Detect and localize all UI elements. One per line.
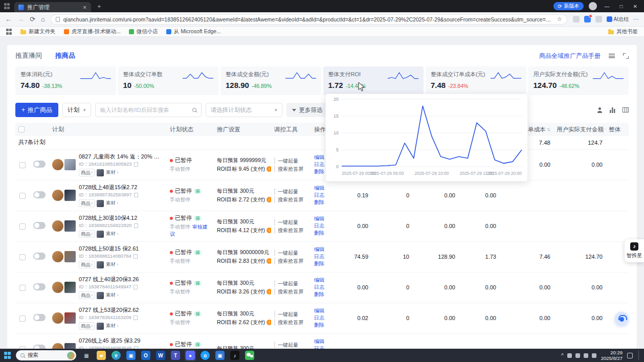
column-header[interactable]: 用户实际支付金额⇅ — [553, 123, 606, 136]
row-checkbox[interactable] — [19, 285, 26, 291]
teams-icon[interactable]: T — [171, 351, 180, 360]
material-thumbnail[interactable] — [97, 200, 104, 207]
site-info-icon[interactable] — [56, 17, 60, 22]
operation-link[interactable]: 删除 — [314, 199, 335, 206]
warning-info-icon[interactable]: i — [267, 320, 271, 325]
material-thumbnail[interactable] — [97, 231, 104, 238]
control-tool[interactable]: 一键起量 — [274, 250, 308, 256]
operation-link[interactable]: 编辑 — [314, 307, 335, 314]
browser-icon[interactable]: o — [201, 351, 210, 360]
product-tag-link[interactable]: 商品› — [79, 199, 95, 207]
bookmark-item[interactable]: 虎牙直播-技术驱动... — [64, 28, 121, 35]
material-link[interactable]: 素材 › — [106, 200, 119, 207]
warning-info-icon[interactable]: i — [267, 228, 271, 233]
product-image[interactable] — [64, 251, 76, 262]
home-icon[interactable]: ⌂ — [41, 16, 45, 22]
back-icon[interactable]: ← — [5, 16, 12, 22]
metric-card[interactable]: 整体支付ROI1.72-14.43% — [323, 66, 424, 95]
address-bar[interactable]: qianchuan.jinritemai.com/uni-prom?aavid=… — [51, 14, 567, 25]
control-tool[interactable]: 一键起量 — [274, 219, 308, 225]
plan-type-select[interactable]: 计划▾ — [62, 103, 91, 117]
display-settings-icon[interactable] — [609, 53, 615, 58]
product-image[interactable] — [64, 343, 76, 349]
plan-enable-toggle[interactable] — [33, 314, 46, 321]
metric-card[interactable]: 整体成交订单数10-50.00% — [118, 66, 219, 95]
plan-enable-toggle[interactable] — [33, 222, 46, 229]
copy-icon[interactable] — [134, 193, 138, 197]
extension-icon[interactable] — [584, 16, 591, 22]
bookmark-item[interactable]: 从 Microsoft Edge... — [166, 28, 221, 35]
taskbar-search[interactable]: 搜索 — [16, 350, 76, 360]
operation-link[interactable]: 编辑 — [314, 185, 335, 192]
product-tag-link[interactable]: 商品› — [79, 230, 95, 238]
row-checkbox[interactable] — [19, 223, 26, 230]
file-explorer-icon[interactable]: ▰ — [97, 351, 106, 360]
outlook-icon[interactable]: O — [141, 351, 150, 360]
plan-name[interactable]: 0728线上48退15保2.72 — [79, 184, 164, 191]
close-button[interactable]: ✕ — [631, 4, 640, 9]
sort-icon[interactable]: ⇅ — [546, 127, 550, 132]
bookmark-item[interactable]: 微信小店 — [129, 28, 158, 35]
operation-link[interactable]: 日志 — [314, 314, 335, 322]
operation-link[interactable]: 删除 — [314, 260, 335, 267]
volume-icon[interactable] — [584, 353, 588, 358]
operation-link[interactable]: 日志 — [314, 222, 335, 230]
douyin-icon[interactable]: ♪ — [230, 351, 239, 360]
product-tag-link[interactable]: 商品› — [79, 322, 95, 330]
product-tag-link[interactable]: 商品› — [79, 261, 95, 268]
control-tool[interactable]: 一键起量 — [274, 342, 308, 348]
assistant-widget[interactable]: ♪ 智投星 — [625, 239, 644, 262]
plan-name[interactable]: 0728线上50退15 保2.61 — [79, 245, 164, 253]
chat-extension-icon[interactable] — [595, 16, 602, 22]
control-tool[interactable]: 搜索抢首屏 — [274, 196, 308, 203]
tab-close-icon[interactable]: ✕ — [83, 5, 87, 10]
product-image[interactable] — [64, 220, 76, 232]
browser-tab[interactable]: 推广管理 ✕ — [14, 2, 91, 12]
reload-icon[interactable]: ⟳ — [30, 16, 35, 22]
product-tag-link[interactable]: 商品› — [79, 169, 95, 176]
sort-icon[interactable]: ⇅ — [605, 127, 606, 132]
plan-enable-toggle[interactable] — [33, 283, 46, 290]
metric-card[interactable]: 整体成交订单成本(元)7.48-23.84% — [426, 66, 526, 95]
control-tool[interactable]: 搜索抢首屏 — [274, 288, 308, 295]
product-image[interactable] — [64, 190, 76, 201]
plan-name[interactable]: 0726线上45 退25 保3.29 — [79, 337, 164, 345]
vpn-icon[interactable] — [567, 353, 572, 358]
material-link[interactable]: 素材 › — [106, 323, 119, 329]
plan-name[interactable]: 0728线上30退10保4.12 — [79, 214, 164, 222]
plan-enable-toggle[interactable] — [33, 161, 46, 168]
chart-icon[interactable] — [610, 107, 615, 113]
metric-card[interactable]: 整体消耗(元)74.80-38.13% — [15, 66, 116, 95]
operation-link[interactable]: 删除 — [314, 230, 335, 237]
copy-icon[interactable] — [134, 162, 138, 167]
warning-info-icon[interactable]: i — [267, 166, 271, 172]
product-tag-link[interactable]: 商品› — [79, 291, 95, 299]
plan-enable-toggle[interactable] — [33, 253, 46, 260]
operation-link[interactable]: 编辑 — [314, 277, 335, 284]
control-tool[interactable]: 搜索抢首屏 — [274, 258, 308, 264]
hidden-icons-chevron[interactable]: ^ — [561, 353, 564, 358]
plan-name[interactable]: 0727 线上40退20保3.26 — [79, 276, 164, 283]
operation-link[interactable]: 编辑 — [314, 246, 335, 253]
row-checkbox[interactable] — [19, 315, 26, 322]
tab-products[interactable]: 推商品 — [55, 51, 75, 60]
notification-center-icon[interactable] — [627, 353, 633, 358]
control-tool[interactable]: 搜索抢首屏 — [274, 319, 308, 326]
material-link[interactable]: 素材 › — [106, 231, 119, 237]
material-link[interactable]: 素材 › — [106, 261, 119, 268]
warning-info-icon[interactable]: i — [267, 289, 271, 295]
plan-enable-toggle[interactable] — [33, 191, 46, 198]
tab-live-room[interactable]: 推直播间 — [15, 51, 42, 60]
material-thumbnail[interactable] — [97, 169, 104, 176]
operation-link[interactable]: 日志 — [314, 345, 335, 349]
product-image[interactable] — [64, 159, 76, 170]
control-tool[interactable]: 一键起量 — [274, 188, 308, 195]
control-tool[interactable]: 搜索抢首屏 — [274, 227, 308, 234]
network-icon[interactable] — [592, 353, 596, 358]
material-thumbnail[interactable] — [97, 323, 104, 330]
plan-name[interactable]: 0827 儿童雨衣 14% 返：20% 保：9.92 — [79, 153, 164, 161]
operation-link[interactable]: 编辑 — [314, 215, 335, 222]
material-link[interactable]: 素材 › — [106, 292, 119, 299]
material-link[interactable]: 素材 › — [106, 169, 119, 176]
help-fab[interactable] — [615, 312, 628, 325]
